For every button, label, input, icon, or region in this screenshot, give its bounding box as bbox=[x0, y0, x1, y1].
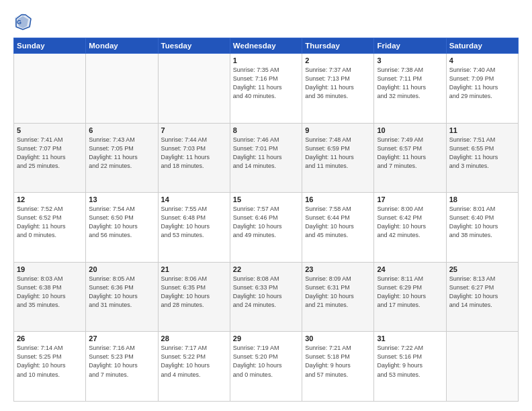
day-info: Sunrise: 7:40 AM Sunset: 7:09 PM Dayligh… bbox=[449, 66, 515, 101]
weekday-header-row: SundayMondayTuesdayWednesdayThursdayFrid… bbox=[14, 38, 519, 54]
day-cell: 7Sunrise: 7:44 AM Sunset: 7:03 PM Daylig… bbox=[158, 123, 230, 193]
day-number: 21 bbox=[161, 265, 227, 273]
weekday-header-saturday: Saturday bbox=[446, 38, 518, 54]
day-info: Sunrise: 8:11 AM Sunset: 6:29 PM Dayligh… bbox=[377, 275, 443, 310]
day-number: 31 bbox=[377, 334, 443, 342]
day-number: 24 bbox=[377, 265, 443, 273]
day-cell: 3Sunrise: 7:38 AM Sunset: 7:11 PM Daylig… bbox=[374, 54, 446, 124]
weekday-header-sunday: Sunday bbox=[14, 38, 86, 54]
day-cell: 28Sunrise: 7:17 AM Sunset: 5:22 PM Dayli… bbox=[158, 332, 230, 402]
day-info: Sunrise: 7:14 AM Sunset: 5:25 PM Dayligh… bbox=[17, 344, 83, 379]
day-number: 30 bbox=[305, 334, 371, 342]
day-cell bbox=[14, 54, 86, 124]
day-number: 4 bbox=[449, 56, 515, 64]
day-cell: 27Sunrise: 7:16 AM Sunset: 5:23 PM Dayli… bbox=[86, 332, 158, 402]
day-number: 5 bbox=[17, 126, 83, 134]
day-number: 8 bbox=[233, 126, 299, 134]
week-row-3: 12Sunrise: 7:52 AM Sunset: 6:52 PM Dayli… bbox=[14, 193, 519, 263]
header: G bbox=[13, 12, 519, 31]
day-number: 20 bbox=[89, 265, 154, 273]
day-number: 6 bbox=[89, 126, 154, 134]
day-cell: 25Sunrise: 8:13 AM Sunset: 6:27 PM Dayli… bbox=[446, 262, 518, 332]
day-info: Sunrise: 8:08 AM Sunset: 6:33 PM Dayligh… bbox=[233, 275, 299, 310]
day-info: Sunrise: 8:06 AM Sunset: 6:35 PM Dayligh… bbox=[161, 275, 227, 310]
day-info: Sunrise: 7:57 AM Sunset: 6:46 PM Dayligh… bbox=[233, 205, 299, 240]
day-cell: 24Sunrise: 8:11 AM Sunset: 6:29 PM Dayli… bbox=[374, 262, 446, 332]
day-cell: 19Sunrise: 8:03 AM Sunset: 6:38 PM Dayli… bbox=[14, 262, 86, 332]
day-cell: 31Sunrise: 7:22 AM Sunset: 5:16 PM Dayli… bbox=[374, 332, 446, 402]
day-info: Sunrise: 7:16 AM Sunset: 5:23 PM Dayligh… bbox=[89, 344, 154, 379]
day-cell: 20Sunrise: 8:05 AM Sunset: 6:36 PM Dayli… bbox=[86, 262, 158, 332]
day-cell: 18Sunrise: 8:01 AM Sunset: 6:40 PM Dayli… bbox=[446, 193, 518, 263]
day-number: 26 bbox=[17, 334, 83, 342]
day-info: Sunrise: 7:51 AM Sunset: 6:55 PM Dayligh… bbox=[449, 136, 515, 171]
day-cell: 11Sunrise: 7:51 AM Sunset: 6:55 PM Dayli… bbox=[446, 123, 518, 193]
day-number: 10 bbox=[377, 126, 443, 134]
day-cell bbox=[446, 332, 518, 402]
day-number: 17 bbox=[377, 195, 443, 203]
day-cell: 16Sunrise: 7:58 AM Sunset: 6:44 PM Dayli… bbox=[302, 193, 374, 263]
day-info: Sunrise: 7:22 AM Sunset: 5:16 PM Dayligh… bbox=[377, 344, 443, 379]
day-info: Sunrise: 8:05 AM Sunset: 6:36 PM Dayligh… bbox=[89, 275, 154, 310]
day-number: 15 bbox=[233, 195, 299, 203]
day-cell: 17Sunrise: 8:00 AM Sunset: 6:42 PM Dayli… bbox=[374, 193, 446, 263]
day-cell: 15Sunrise: 7:57 AM Sunset: 6:46 PM Dayli… bbox=[230, 193, 302, 263]
day-number: 11 bbox=[449, 126, 515, 134]
day-cell bbox=[158, 54, 230, 124]
day-cell: 14Sunrise: 7:55 AM Sunset: 6:48 PM Dayli… bbox=[158, 193, 230, 263]
day-cell: 8Sunrise: 7:46 AM Sunset: 7:01 PM Daylig… bbox=[230, 123, 302, 193]
day-cell: 30Sunrise: 7:21 AM Sunset: 5:18 PM Dayli… bbox=[302, 332, 374, 402]
day-number: 27 bbox=[89, 334, 154, 342]
weekday-header-monday: Monday bbox=[86, 38, 158, 54]
logo: G bbox=[13, 12, 35, 31]
weekday-header-friday: Friday bbox=[374, 38, 446, 54]
weekday-header-wednesday: Wednesday bbox=[230, 38, 302, 54]
svg-text:G: G bbox=[17, 19, 21, 26]
day-info: Sunrise: 8:13 AM Sunset: 6:27 PM Dayligh… bbox=[449, 275, 515, 310]
weekday-header-tuesday: Tuesday bbox=[158, 38, 230, 54]
day-info: Sunrise: 7:48 AM Sunset: 6:59 PM Dayligh… bbox=[305, 136, 371, 171]
day-info: Sunrise: 7:52 AM Sunset: 6:52 PM Dayligh… bbox=[17, 205, 83, 240]
week-row-4: 19Sunrise: 8:03 AM Sunset: 6:38 PM Dayli… bbox=[14, 262, 519, 332]
day-info: Sunrise: 8:01 AM Sunset: 6:40 PM Dayligh… bbox=[449, 205, 515, 240]
day-info: Sunrise: 7:37 AM Sunset: 7:13 PM Dayligh… bbox=[305, 66, 371, 101]
day-cell: 23Sunrise: 8:09 AM Sunset: 6:31 PM Dayli… bbox=[302, 262, 374, 332]
calendar-table: SundayMondayTuesdayWednesdayThursdayFrid… bbox=[13, 38, 519, 402]
day-info: Sunrise: 7:55 AM Sunset: 6:48 PM Dayligh… bbox=[161, 205, 227, 240]
day-info: Sunrise: 7:21 AM Sunset: 5:18 PM Dayligh… bbox=[305, 344, 371, 379]
day-cell: 26Sunrise: 7:14 AM Sunset: 5:25 PM Dayli… bbox=[14, 332, 86, 402]
weekday-header-thursday: Thursday bbox=[302, 38, 374, 54]
day-info: Sunrise: 7:38 AM Sunset: 7:11 PM Dayligh… bbox=[377, 66, 443, 101]
day-cell: 9Sunrise: 7:48 AM Sunset: 6:59 PM Daylig… bbox=[302, 123, 374, 193]
day-number: 22 bbox=[233, 265, 299, 273]
week-row-2: 5Sunrise: 7:41 AM Sunset: 7:07 PM Daylig… bbox=[14, 123, 519, 193]
day-number: 13 bbox=[89, 195, 154, 203]
page: G SundayMondayTuesdayWednesdayThursdayFr… bbox=[0, 0, 532, 411]
week-row-5: 26Sunrise: 7:14 AM Sunset: 5:25 PM Dayli… bbox=[14, 332, 519, 402]
day-number: 7 bbox=[161, 126, 227, 134]
day-number: 18 bbox=[449, 195, 515, 203]
day-cell: 4Sunrise: 7:40 AM Sunset: 7:09 PM Daylig… bbox=[446, 54, 518, 124]
day-info: Sunrise: 7:46 AM Sunset: 7:01 PM Dayligh… bbox=[233, 136, 299, 171]
day-info: Sunrise: 7:44 AM Sunset: 7:03 PM Dayligh… bbox=[161, 136, 227, 171]
day-info: Sunrise: 7:43 AM Sunset: 7:05 PM Dayligh… bbox=[89, 136, 154, 171]
day-cell: 6Sunrise: 7:43 AM Sunset: 7:05 PM Daylig… bbox=[86, 123, 158, 193]
day-number: 19 bbox=[17, 265, 83, 273]
day-info: Sunrise: 7:49 AM Sunset: 6:57 PM Dayligh… bbox=[377, 136, 443, 171]
day-cell: 2Sunrise: 7:37 AM Sunset: 7:13 PM Daylig… bbox=[302, 54, 374, 124]
day-info: Sunrise: 7:19 AM Sunset: 5:20 PM Dayligh… bbox=[233, 344, 299, 379]
day-number: 14 bbox=[161, 195, 227, 203]
day-number: 3 bbox=[377, 56, 443, 64]
day-number: 1 bbox=[233, 56, 299, 64]
day-number: 25 bbox=[449, 265, 515, 273]
day-cell: 29Sunrise: 7:19 AM Sunset: 5:20 PM Dayli… bbox=[230, 332, 302, 402]
day-number: 2 bbox=[305, 56, 371, 64]
day-number: 9 bbox=[305, 126, 371, 134]
day-number: 28 bbox=[161, 334, 227, 342]
day-number: 12 bbox=[17, 195, 83, 203]
day-info: Sunrise: 7:58 AM Sunset: 6:44 PM Dayligh… bbox=[305, 205, 371, 240]
day-info: Sunrise: 8:03 AM Sunset: 6:38 PM Dayligh… bbox=[17, 275, 83, 310]
day-info: Sunrise: 7:54 AM Sunset: 6:50 PM Dayligh… bbox=[89, 205, 154, 240]
day-cell bbox=[86, 54, 158, 124]
day-cell: 13Sunrise: 7:54 AM Sunset: 6:50 PM Dayli… bbox=[86, 193, 158, 263]
